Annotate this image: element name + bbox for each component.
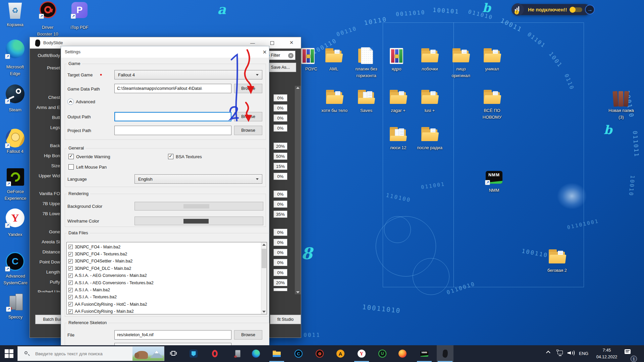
notification-arrow-button[interactable]: → bbox=[585, 5, 595, 14]
slider-percent[interactable]: 0% bbox=[273, 94, 287, 102]
desktop-icon-edge[interactable]: ↗ bbox=[6, 40, 24, 58]
maximize-button[interactable] bbox=[267, 39, 277, 47]
desktop-icon-hotya[interactable] bbox=[325, 89, 343, 105]
scrollbar-thumb[interactable] bbox=[295, 86, 301, 125]
desktop-icon-begovaya[interactable] bbox=[548, 249, 566, 264]
close-button[interactable]: × bbox=[287, 39, 296, 47]
slider-percent[interactable]: 0% bbox=[273, 200, 287, 208]
slider-percent[interactable]: 0% bbox=[273, 259, 287, 266]
background-color-button[interactable] bbox=[135, 202, 263, 210]
checkbox-unchecked-icon[interactable] bbox=[68, 164, 74, 170]
taskbar-iobit-uninstaller[interactable]: U bbox=[376, 349, 388, 358]
notification-pill[interactable]: ! Не подключен!! → bbox=[513, 4, 590, 15]
desktop-icon-lyusi12[interactable] bbox=[389, 127, 407, 142]
taskbar-yandex[interactable]: Y bbox=[356, 349, 368, 358]
checkbox-checked-icon[interactable] bbox=[68, 266, 73, 270]
search-daily-image[interactable] bbox=[132, 347, 164, 361]
checkbox-checked-icon[interactable] bbox=[68, 302, 73, 306]
slider-percent[interactable]: 0% bbox=[273, 173, 287, 180]
desktop-icon-steam[interactable]: ↗ bbox=[6, 84, 24, 103]
browse-skeleton-button[interactable]: Browse bbox=[234, 330, 262, 340]
data-file-row[interactable]: AA FusionCityRising - HotC - Main.ba2 bbox=[67, 301, 267, 308]
language-select[interactable]: English bbox=[135, 174, 262, 184]
advanced-expander[interactable]: Advanced bbox=[67, 99, 95, 105]
bsa-textures-checkbox[interactable]: BSA Textures bbox=[168, 154, 202, 159]
desktop-icon-nmm[interactable]: NMM ↗ bbox=[486, 171, 502, 184]
tray-chevron-up[interactable] bbox=[547, 351, 550, 354]
taskbar-bodyslide[interactable] bbox=[439, 349, 451, 358]
outfit-studio-button[interactable]: fit Studio bbox=[270, 315, 301, 324]
checkbox-checked-icon[interactable] bbox=[168, 154, 173, 159]
scroll-down-icon[interactable] bbox=[261, 311, 267, 313]
data-files-list[interactable]: 3DNPC_FO4 - Main.ba2 3DNPC_FO4 - Texture… bbox=[66, 242, 267, 314]
slider-percent-partial[interactable] bbox=[273, 288, 287, 291]
checkbox-checked-icon[interactable] bbox=[68, 288, 73, 292]
slider-percent[interactable]: 0% bbox=[273, 229, 287, 236]
checkbox-checked-icon[interactable] bbox=[68, 309, 73, 314]
desktop-icon-advanced-systemcare[interactable]: C ↗ bbox=[6, 252, 24, 271]
output-path-input[interactable] bbox=[114, 112, 231, 121]
slider-percent[interactable]: 15% bbox=[273, 163, 287, 170]
tray-network[interactable] bbox=[557, 350, 564, 356]
checkbox-checked-icon[interactable] bbox=[68, 252, 73, 256]
data-file-row[interactable]: A.S.I.A. - AEG Conversions - Textures.ba… bbox=[67, 279, 267, 286]
taskbar-file-explorer[interactable] bbox=[271, 349, 283, 358]
left-mouse-pan-checkbox[interactable]: Left Mouse Pan bbox=[68, 164, 107, 170]
taskbar-iobit-shield[interactable] bbox=[187, 349, 200, 358]
data-file-row[interactable]: 3DNPC_FO4 - Textures.ba2 bbox=[67, 250, 267, 257]
taskbar-systemcare[interactable]: C bbox=[292, 349, 305, 358]
desktop-icon-posle[interactable] bbox=[421, 127, 439, 142]
desktop-icon-speccy[interactable]: ↗ bbox=[7, 294, 24, 311]
data-file-row[interactable]: A.S.I.A. - AEG Conversions - Main.ba2 bbox=[67, 272, 267, 279]
desktop-icon-lusi[interactable] bbox=[421, 89, 439, 105]
slider-percent[interactable]: 0% bbox=[273, 124, 287, 132]
action-center-button[interactable] bbox=[625, 349, 631, 355]
desktop-icon-aml[interactable] bbox=[325, 48, 343, 63]
browse-project-button[interactable]: Browse bbox=[234, 126, 262, 135]
slider-percent[interactable]: 0% bbox=[273, 190, 287, 198]
taskbar-amigo[interactable]: A bbox=[334, 349, 346, 358]
data-file-row[interactable]: 3DNPC_FO4Settler - Main.ba2 bbox=[67, 258, 267, 265]
desktop-icon-yadro[interactable] bbox=[390, 48, 403, 64]
data-files-scrollbar[interactable] bbox=[261, 242, 267, 314]
desktop-icon-unikal[interactable] bbox=[483, 48, 501, 63]
notification-toggle[interactable] bbox=[570, 7, 582, 12]
checkbox-checked-icon[interactable] bbox=[68, 281, 73, 285]
target-game-select[interactable]: Fallout 4 bbox=[114, 70, 262, 79]
data-file-row[interactable]: AA FusionCityRising - Main.ba2 bbox=[67, 308, 267, 314]
data-file-row[interactable]: 3DNPC_FO4_DLC - Main.ba2 bbox=[67, 265, 267, 272]
taskbar-nmm[interactable]: NMM bbox=[418, 349, 430, 358]
save-as-button[interactable]: Save As... bbox=[265, 63, 296, 72]
tray-language[interactable]: ENG bbox=[579, 351, 588, 356]
tray-clock[interactable]: 7:45 04.12.2022 bbox=[593, 347, 621, 360]
desktop-icon-plugin[interactable] bbox=[358, 47, 374, 64]
desktop-icon-novaya[interactable] bbox=[612, 90, 629, 107]
desktop-icon-driver-booster[interactable]: ↗ bbox=[40, 1, 56, 18]
skeleton-file-input[interactable]: res/skeleton_fo4.nif bbox=[114, 330, 231, 340]
taskbar-firefox[interactable] bbox=[396, 349, 409, 358]
start-button[interactable] bbox=[5, 349, 13, 358]
slider-percent[interactable]: 0% bbox=[273, 239, 287, 246]
desktop-icon-vsyo[interactable] bbox=[483, 89, 501, 105]
slider-percent[interactable]: 20% bbox=[273, 142, 287, 150]
data-file-row[interactable]: A.S.I.A. - Main.ba2 bbox=[67, 286, 267, 293]
search-input[interactable] bbox=[35, 351, 132, 357]
slider-percent[interactable]: 0% bbox=[273, 249, 287, 256]
taskbar-driver-booster[interactable] bbox=[314, 349, 326, 358]
data-file-row[interactable]: 3DNPC_FO4 - Main.ba2 bbox=[67, 243, 267, 250]
desktop-icon-yandex[interactable]: Y ↗ bbox=[6, 208, 24, 227]
slider-percent[interactable]: 0% bbox=[273, 114, 287, 122]
checkbox-checked-icon[interactable] bbox=[68, 295, 73, 299]
desktop-icon-recycle-bin[interactable]: ♻ bbox=[7, 3, 23, 19]
desktop-icon-rous[interactable] bbox=[301, 48, 315, 64]
taskbar-speccy[interactable] bbox=[232, 349, 244, 358]
settings-titlebar[interactable]: Settings × bbox=[61, 46, 269, 58]
override-warning-checkbox[interactable]: Override Warning bbox=[68, 154, 110, 159]
dialog-close-button[interactable]: × bbox=[260, 48, 269, 56]
tray-volume[interactable] bbox=[568, 350, 575, 356]
scroll-up-icon[interactable] bbox=[261, 244, 267, 246]
project-path-input[interactable] bbox=[114, 126, 231, 135]
desktop-icon-geforce[interactable]: ↗ bbox=[7, 168, 24, 186]
desktop-icon-lico[interactable] bbox=[452, 48, 470, 63]
desktop-icon-fallout4[interactable]: ↗ bbox=[6, 129, 24, 147]
